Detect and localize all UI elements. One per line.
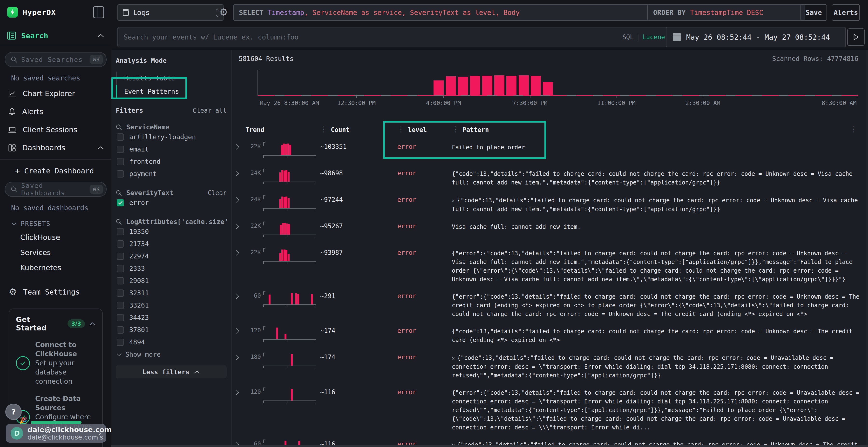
filter-option-33261[interactable]: 33261 [116,299,227,311]
show-more-link[interactable]: Show more [116,348,227,358]
pattern-row[interactable]: 22K ~103351 error Failed to place order [232,138,868,163]
expand-chevron-icon[interactable] [236,193,245,203]
less-filters-button[interactable]: Less filters [116,365,227,378]
saved-searches-input[interactable]: Saved Searches ⌘K [5,52,106,67]
histogram-bar[interactable] [519,75,529,95]
run-query-button[interactable] [847,28,865,46]
checkbox[interactable] [117,240,124,248]
sidebar-item-chart-explorer[interactable]: Chart Explorer [5,84,106,103]
checkbox[interactable] [117,339,124,346]
pattern-row[interactable]: 22K ~93987 error {"error":{"code":13,"de… [232,244,868,286]
checkbox[interactable] [117,253,124,260]
drag-handle-icon[interactable]: ⋮ [850,126,858,133]
select-clause-input[interactable]: SELECT Timestamp, ServiceName as service… [233,4,652,21]
checkbox[interactable] [117,289,124,297]
user-menu[interactable]: D dale@clickhouse.com dale@clickhouse.co… [6,424,106,443]
checkbox[interactable] [117,326,124,334]
filter-option-34423[interactable]: 34423 [116,311,227,324]
lucene-search-input[interactable]: Search your events w/ Lucene ex. column:… [117,27,671,47]
pattern-row[interactable]: 22K ~95267 error Visa cache full: cannot… [232,217,868,243]
filter-option-email[interactable]: email [116,143,227,156]
alerts-button[interactable]: Alerts [832,4,860,21]
drag-handle-icon[interactable]: ⋮ [320,126,328,133]
order-by-input[interactable]: ORDER BY TimestampTime DESC [647,4,805,21]
expand-chevron-icon[interactable] [236,289,245,299]
chevron-up-icon[interactable] [97,34,104,38]
filter-option-19350[interactable]: 19350 [116,226,227,238]
col-header-trend[interactable]: Trend [245,126,264,133]
analysis-mode-results-table[interactable]: Results Table [116,72,227,85]
filter-option-22974[interactable]: 22974 [116,250,227,262]
create-dashboard-button[interactable]: + Create Dashboard [5,160,106,182]
pattern-row[interactable]: 60 ~291 error {"error":{"code":13,"detai… [232,287,868,321]
histogram-bar[interactable] [446,76,456,96]
histogram-bar[interactable] [482,76,492,95]
histogram-bar[interactable] [458,77,468,96]
sidebar-item-alerts[interactable]: Alerts [5,103,106,121]
checkbox[interactable] [117,265,124,272]
filter-option-21734[interactable]: 21734 [116,238,227,250]
expand-chevron-icon[interactable] [236,351,245,360]
sidebar-item-team-settings[interactable]: ⚙ Team Settings [5,275,106,301]
expand-chevron-icon[interactable] [236,246,245,256]
help-button[interactable]: ? [5,404,22,420]
checkbox[interactable] [117,133,124,141]
filter-option-32311[interactable]: 32311 [116,287,227,299]
checkbox[interactable] [117,158,124,165]
source-select[interactable]: Logs ⌃⌄ [117,4,223,21]
expand-chevron-icon[interactable] [236,167,245,176]
query-language-toggle[interactable]: SQL|Lucene [622,33,665,41]
filter-option-artillery-loadgen[interactable]: artillery-loadgen [116,131,227,143]
get-started-item[interactable]: Connect to ClickHouse Set up your databa… [16,340,95,386]
col-header-level[interactable]: level [408,126,427,133]
save-button[interactable]: Save [801,4,827,21]
sidebar-item-dashboards[interactable]: Dashboards [5,139,106,157]
checkbox[interactable] [117,314,124,321]
drag-handle-icon[interactable]: ⋮ [452,126,459,133]
histogram-bar[interactable] [531,76,541,95]
sql-toggle[interactable]: SQL [622,33,633,41]
filter-option-37801[interactable]: 37801 [116,324,227,336]
histogram-bar[interactable] [470,76,480,95]
histogram-bar[interactable] [506,76,517,95]
histogram-bar[interactable] [494,75,504,95]
preset-services[interactable]: Services [5,245,106,260]
pattern-row[interactable]: 120 ~174 error {"code":13,"details":"fai… [232,322,868,347]
pattern-row[interactable]: 24K ~97244 error ✕{"code":13,"details":"… [232,191,868,216]
histogram-bar[interactable] [543,82,553,95]
vertical-scrollbar-track[interactable] [866,50,868,445]
checkbox[interactable] [117,302,124,309]
filter-option-error[interactable]: error [116,197,227,209]
chevron-up-icon[interactable] [97,146,104,150]
clear-all-link[interactable]: Clear all [193,107,227,114]
source-settings-gear-icon[interactable]: ⚙ [219,7,228,17]
checkbox[interactable] [117,170,124,177]
chevron-up-icon[interactable] [89,322,95,325]
histogram-bar[interactable] [434,80,444,95]
sidebar-item-search[interactable]: Search [0,25,112,46]
filter-option-2333[interactable]: 2333 [116,262,227,275]
filter-option-frontend[interactable]: frontend [116,156,227,168]
drag-handle-icon[interactable]: ⋮ [397,126,405,133]
sidebar-collapse-icon[interactable] [93,6,104,18]
clear-link[interactable]: Clear [208,189,227,197]
sidebar-item-client-sessions[interactable]: Client Sessions [5,121,106,139]
lucene-toggle[interactable]: Lucene [642,33,665,41]
preset-clickhouse[interactable]: ClickHouse [5,230,106,245]
col-header-pattern[interactable]: Pattern [462,126,489,133]
filter-option-payment[interactable]: payment [116,168,227,180]
pattern-row[interactable]: 120 ~116 error {"error":{"code":13,"deta… [232,383,868,434]
filter-option-29081[interactable]: 29081 [116,275,227,287]
expand-chevron-icon[interactable] [236,140,245,150]
pattern-row[interactable]: 180 ~174 error ✕{"code":13,"details":"fa… [232,348,868,382]
expand-chevron-icon[interactable] [236,324,245,334]
checkbox-checked[interactable] [117,199,124,206]
saved-dashboards-input[interactable]: Saved Dashboards ⌘K [5,182,106,197]
analysis-mode-event-patterns[interactable]: Event Patterns [116,85,227,98]
checkbox[interactable] [117,277,124,284]
results-histogram[interactable]: 80K 0 May 26 8:30:00 AM12:30:00 PM4:00:0… [232,67,868,122]
checkbox[interactable] [117,228,124,235]
preset-kubernetes[interactable]: Kubernetes [5,260,106,275]
filter-option-4894[interactable]: 4894 [116,336,227,348]
col-header-count[interactable]: Count [331,126,350,133]
